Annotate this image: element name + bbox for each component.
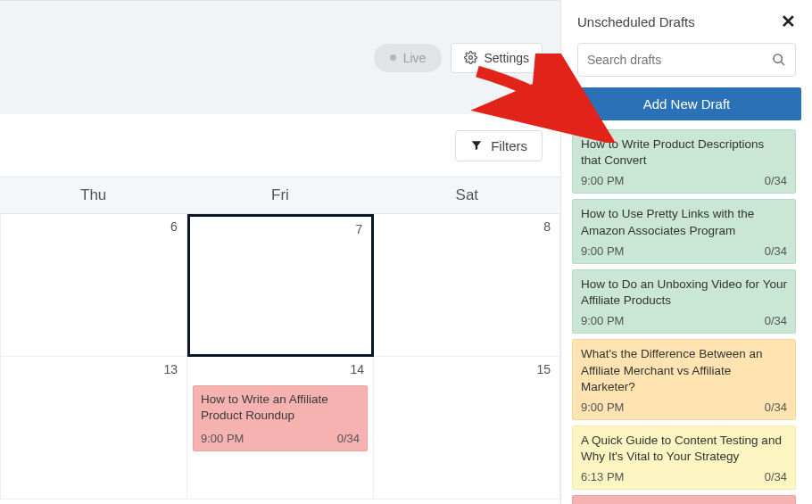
live-pill[interactable]: Live bbox=[374, 44, 443, 72]
search-box[interactable] bbox=[577, 43, 796, 77]
draft-count: 0/34 bbox=[765, 470, 787, 483]
search-icon bbox=[772, 53, 786, 67]
add-new-draft-button[interactable]: Add New Draft bbox=[572, 87, 801, 120]
svg-point-1 bbox=[774, 54, 782, 62]
event-title: How to Write an Affiliate Product Roundu… bbox=[201, 392, 360, 423]
draft-meta-row: 9:00 PM0/34 bbox=[581, 401, 787, 414]
draft-title: How to Do an Unboxing Video for Your Aff… bbox=[581, 277, 787, 309]
sidebar-title: Unscheduled Drafts bbox=[577, 14, 695, 29]
calendar-week: 678 bbox=[0, 214, 560, 357]
sidebar-header: Unscheduled Drafts ✕ bbox=[561, 0, 812, 36]
draft-count: 0/34 bbox=[765, 401, 787, 414]
day-number: 15 bbox=[536, 362, 551, 376]
draft-card[interactable]: How to Write Product Descriptions that C… bbox=[572, 129, 796, 194]
draft-card[interactable]: How to Use Pretty Links with the Amazon … bbox=[572, 199, 796, 263]
draft-card[interactable]: How to Choose a Domain Name for bbox=[572, 495, 796, 504]
draft-count: 0/34 bbox=[765, 174, 787, 187]
draft-time: 6:13 PM bbox=[581, 470, 624, 483]
svg-line-2 bbox=[781, 62, 784, 65]
draft-meta-row: 9:00 PM0/34 bbox=[581, 174, 787, 187]
calendar-week: 1314How to Write an Affiliate Product Ro… bbox=[0, 357, 560, 500]
draft-card[interactable]: How to Do an Unboxing Video for Your Aff… bbox=[572, 269, 796, 334]
draft-card[interactable]: What's the Difference Between an Affilia… bbox=[572, 339, 796, 420]
calendar-header-sat: Sat bbox=[374, 178, 560, 213]
day-number: 13 bbox=[163, 362, 178, 376]
draft-time: 9:00 PM bbox=[581, 401, 624, 414]
event-count: 0/34 bbox=[337, 432, 360, 445]
drafts-sidebar: Unscheduled Drafts ✕ Add New Draft How t… bbox=[560, 0, 812, 504]
settings-label: Settings bbox=[484, 51, 529, 65]
calendar-grid: 6781314How to Write an Affiliate Product… bbox=[0, 214, 560, 504]
live-dot-icon bbox=[390, 54, 396, 61]
drafts-list[interactable]: How to Write Product Descriptions that C… bbox=[561, 129, 812, 504]
calendar-header-fri: Fri bbox=[186, 178, 373, 213]
draft-card[interactable]: A Quick Guide to Content Testing and Why… bbox=[572, 426, 796, 490]
draft-title: How to Use Pretty Links with the Amazon … bbox=[581, 206, 787, 238]
draft-title: How to Write Product Descriptions that C… bbox=[581, 136, 787, 169]
event-meta-row: 9:00 PM0/34 bbox=[201, 432, 360, 445]
draft-title: What's the Difference Between an Affilia… bbox=[581, 346, 787, 395]
calendar-day[interactable]: 6 bbox=[0, 214, 187, 357]
calendar-event[interactable]: How to Write an Affiliate Product Roundu… bbox=[193, 385, 368, 451]
calendar-day[interactable]: 13 bbox=[0, 357, 187, 500]
settings-button[interactable]: Settings bbox=[451, 43, 543, 73]
calendar-day[interactable]: 7 bbox=[187, 214, 375, 357]
filters-button[interactable]: Filters bbox=[455, 130, 543, 161]
draft-count: 0/34 bbox=[765, 314, 787, 327]
day-number: 7 bbox=[356, 222, 363, 236]
live-label: Live bbox=[403, 51, 427, 65]
draft-meta-row: 9:00 PM0/34 bbox=[581, 314, 787, 327]
add-draft-label: Add New Draft bbox=[643, 96, 731, 112]
filters-label: Filters bbox=[491, 138, 527, 153]
day-number: 6 bbox=[170, 219, 178, 234]
draft-count: 0/34 bbox=[765, 244, 787, 258]
calendar-header-row: Thu Fri Sat bbox=[0, 177, 560, 214]
svg-point-0 bbox=[469, 56, 473, 60]
draft-meta-row: 9:00 PM0/34 bbox=[581, 244, 787, 258]
calendar-day[interactable]: 14How to Write an Affiliate Product Roun… bbox=[187, 357, 374, 500]
filters-row: Filters bbox=[0, 114, 560, 177]
funnel-icon bbox=[470, 139, 483, 152]
search-wrap bbox=[561, 36, 812, 87]
main-calendar-area: Live Settings Filters Thu Fri Sat 678131… bbox=[0, 0, 560, 504]
event-time: 9:00 PM bbox=[201, 432, 244, 445]
draft-time: 9:00 PM bbox=[581, 244, 624, 258]
draft-time: 9:00 PM bbox=[581, 174, 624, 187]
draft-meta-row: 6:13 PM0/34 bbox=[581, 470, 787, 483]
day-number: 8 bbox=[543, 219, 551, 234]
calendar-day[interactable]: 15 bbox=[374, 357, 560, 500]
calendar-header-thu: Thu bbox=[0, 178, 186, 213]
search-input[interactable] bbox=[587, 53, 772, 67]
draft-title: A Quick Guide to Content Testing and Why… bbox=[581, 433, 787, 465]
top-toolbar: Live Settings bbox=[0, 0, 560, 114]
draft-time: 9:00 PM bbox=[581, 314, 624, 327]
day-number: 14 bbox=[350, 362, 364, 376]
gear-icon bbox=[464, 51, 477, 64]
close-icon[interactable]: ✕ bbox=[781, 12, 796, 30]
calendar-day[interactable]: 8 bbox=[374, 214, 560, 357]
